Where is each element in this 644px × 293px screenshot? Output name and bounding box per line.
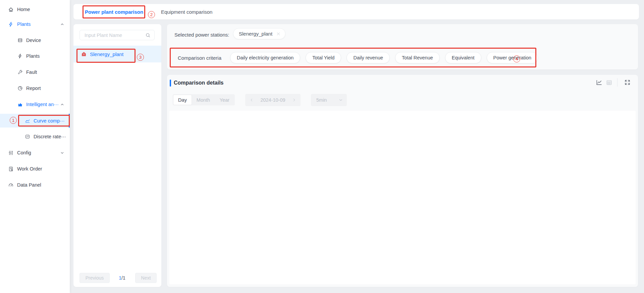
toolbar-divider xyxy=(617,78,618,87)
sidebar-item-label: Plants xyxy=(26,53,40,59)
segment-month[interactable]: Month xyxy=(192,95,215,105)
area-chart-icon xyxy=(17,102,23,107)
chevron-right-icon[interactable] xyxy=(292,98,296,102)
next-label: Next xyxy=(141,275,151,281)
sidebar-item-label: Report xyxy=(26,86,41,91)
sidebar-item-label: Fault xyxy=(26,69,37,75)
device-icon xyxy=(17,38,23,43)
sidebar-item-data-panel[interactable]: Data Panel xyxy=(0,178,70,192)
previous-page-button[interactable]: Previous xyxy=(79,273,110,283)
sidebar-item-label: Config xyxy=(17,150,31,155)
sidebar-item-intelligent-analysis[interactable]: Intelligent an··· xyxy=(0,98,70,111)
selected-station-chip-label: Slenergy_plant xyxy=(239,31,272,37)
comparison-criteria-row: Comparison criteria Daily electricity ge… xyxy=(178,52,543,63)
previous-label: Previous xyxy=(86,275,104,281)
sidebar-item-label: Home xyxy=(17,7,30,12)
sidebar: Home Plants Device Plants Fault Report I… xyxy=(0,0,70,293)
sliders-icon xyxy=(8,150,14,156)
lightning-icon xyxy=(8,21,14,27)
plant-search-box xyxy=(79,30,155,40)
sidebar-item-label: Data Panel xyxy=(17,182,41,188)
tab-power-plant-comparison[interactable]: Power plant comparison xyxy=(85,4,143,19)
sidebar-item-home[interactable]: Home xyxy=(0,3,70,16)
search-icon[interactable] xyxy=(145,33,151,38)
criteria-chip-equivalent[interactable]: Equivalent xyxy=(445,52,481,63)
home-icon xyxy=(8,7,14,12)
title-accent-bar xyxy=(170,80,171,87)
segment-year[interactable]: Year xyxy=(215,95,234,105)
next-page-button[interactable]: Next xyxy=(135,273,157,283)
interval-select[interactable]: 5min xyxy=(311,94,347,106)
sidebar-item-curve-comparison[interactable]: Curve comp··· xyxy=(0,114,70,128)
close-icon[interactable] xyxy=(276,32,281,36)
plant-list-panel: Slenergy_plant Previous 1 / 1 Next xyxy=(73,24,161,287)
criteria-chip-label: Power generation xyxy=(493,55,532,60)
comparison-tab-bar: Power plant comparison Equipment compari… xyxy=(73,4,639,19)
current-page: 1 xyxy=(119,275,121,281)
tab-equipment-comparison[interactable]: Equipment comparison xyxy=(161,4,212,19)
segment-label: Month xyxy=(197,97,210,103)
sidebar-item-plants[interactable]: Plants xyxy=(0,49,70,63)
granularity-segmented-control: Day Month Year xyxy=(173,94,235,105)
criteria-chip-power-generation[interactable]: Power generation xyxy=(487,52,538,63)
selected-stations-label: Selected power stations: xyxy=(174,32,229,38)
segment-label: Year xyxy=(220,97,229,103)
comparison-chart-area xyxy=(169,111,636,284)
comparison-criteria-label: Comparison criteria xyxy=(178,55,221,61)
sidebar-item-device[interactable]: Device xyxy=(0,34,70,47)
criteria-chip-label: Daily electricity generation xyxy=(237,55,293,60)
criteria-chip-total-yield[interactable]: Total Yield xyxy=(306,52,341,63)
plant-name: Slenergy_plant xyxy=(90,51,123,57)
discrete-chart-icon xyxy=(25,134,30,139)
sidebar-item-label: Plants xyxy=(17,21,31,27)
plant-search-input[interactable] xyxy=(84,32,145,38)
date-picker[interactable]: 2024-10-09 xyxy=(245,94,301,106)
sidebar-item-discrete-rate[interactable]: Discrete rate··· xyxy=(0,130,70,143)
chevron-down-icon[interactable] xyxy=(60,151,64,155)
sidebar-item-label: Work Order xyxy=(17,166,42,172)
selected-station-chip[interactable]: Slenergy_plant xyxy=(233,28,285,39)
sidebar-item-report[interactable]: Report xyxy=(0,82,70,95)
tab-label: Power plant comparison xyxy=(85,9,143,15)
total-pages: 1 xyxy=(123,275,125,281)
sidebar-item-label: Curve comp··· xyxy=(34,118,65,124)
chevron-left-icon[interactable] xyxy=(250,98,254,102)
line-chart-view-icon[interactable] xyxy=(596,79,602,86)
criteria-chip-label: Equivalent xyxy=(452,55,475,60)
plant-list-item-selected[interactable]: Slenergy_plant xyxy=(73,46,161,62)
sidebar-item-label: Device xyxy=(26,38,41,43)
work-order-icon xyxy=(8,166,14,172)
chevron-down-icon xyxy=(339,98,343,102)
sidebar-item-label: Intelligent an··· xyxy=(26,102,59,107)
criteria-chip-label: Daily revenue xyxy=(353,55,383,60)
interval-value: 5min xyxy=(316,97,327,103)
sidebar-item-config[interactable]: Config xyxy=(0,146,70,159)
criteria-chip-daily-revenue[interactable]: Daily revenue xyxy=(346,52,390,63)
wrench-icon xyxy=(17,69,23,75)
criteria-chip-label: Total Yield xyxy=(312,55,334,60)
trend-curve-icon xyxy=(25,118,30,124)
fullscreen-icon[interactable] xyxy=(624,79,631,86)
criteria-chip-label: Total Revenue xyxy=(402,55,433,60)
comparison-details-panel: Comparison details Day Month Year 2024-1… xyxy=(167,75,638,287)
criteria-chip-daily-electricity-generation[interactable]: Daily electricity generation xyxy=(230,52,300,63)
sidebar-item-plants-group[interactable]: Plants xyxy=(0,17,70,31)
selection-criteria-panel: Selected power stations: Slenergy_plant … xyxy=(167,24,638,69)
criteria-chip-total-revenue[interactable]: Total Revenue xyxy=(395,52,440,63)
gauge-icon xyxy=(8,182,14,188)
lightning-icon xyxy=(17,53,23,59)
segment-day[interactable]: Day xyxy=(173,95,192,105)
sidebar-item-label: Discrete rate··· xyxy=(34,134,66,139)
tab-label: Equipment comparison xyxy=(161,9,212,15)
chevron-up-icon[interactable] xyxy=(60,22,64,26)
comparison-details-title: Comparison details xyxy=(174,80,223,86)
date-value: 2024-10-09 xyxy=(260,97,285,103)
pie-chart-icon xyxy=(17,86,23,91)
segment-label: Day xyxy=(178,97,187,103)
chevron-up-icon[interactable] xyxy=(60,103,64,106)
page-indicator: 1 / 1 xyxy=(110,273,134,283)
table-view-icon[interactable] xyxy=(606,79,612,86)
plant-house-icon xyxy=(81,51,87,57)
sidebar-item-work-order[interactable]: Work Order xyxy=(0,162,70,176)
sidebar-item-fault[interactable]: Fault xyxy=(0,65,70,79)
